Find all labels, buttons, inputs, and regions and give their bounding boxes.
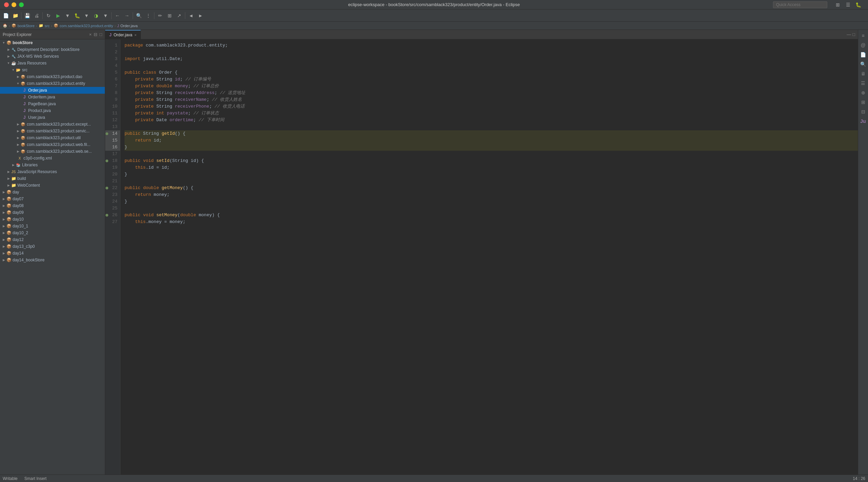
tree-item-day14[interactable]: ▶ 📦 day14: [0, 250, 105, 257]
pe-minimize-btn[interactable]: ×: [89, 32, 92, 37]
tree-item-day07[interactable]: ▶ 📦 day07: [0, 196, 105, 202]
new-btn[interactable]: 📄: [1, 11, 10, 20]
rs-search-btn[interactable]: 🔍: [859, 60, 868, 69]
tree-item-java-resources[interactable]: ▼ ☕ Java Resources: [0, 60, 105, 67]
tree-item-deployment[interactable]: ▶ 🔧 Deployment Descriptor: bookStore: [0, 46, 105, 53]
rs-j-btn[interactable]: Ju: [859, 117, 868, 126]
refresh-btn[interactable]: ↻: [44, 11, 53, 20]
code-content[interactable]: package com.samblack323.product.entity; …: [120, 39, 858, 475]
tree-item-c3p0[interactable]: X c3p0-config.xml: [0, 155, 105, 162]
tree-item-webse[interactable]: ▶ 📦 com.samblack323.product.web.se...: [0, 148, 105, 155]
tree-item-day10-1[interactable]: ▶ 📦 day10_1: [0, 223, 105, 229]
tree-item-product-java[interactable]: J Product.java: [0, 107, 105, 114]
rs-table-btn[interactable]: ⊟: [859, 107, 868, 116]
line-num-7: 7: [105, 83, 120, 90]
tab-maximize-btn[interactable]: □: [852, 32, 855, 37]
tree-item-dao[interactable]: ▶ 📦 com.samblack323.product.dao: [0, 73, 105, 80]
arrow-icon: ▶: [11, 163, 16, 167]
tree-item-order-java[interactable]: J Order.java: [0, 87, 105, 94]
java-file-icon: J: [22, 115, 27, 120]
toolbar-sep-5: [154, 12, 154, 19]
more-btn[interactable]: ⋮: [144, 11, 153, 20]
rs-tasks-btn[interactable]: ≡: [859, 31, 868, 40]
tree-item-webfil[interactable]: ▶ 📦 com.samblack323.product.web.fil...: [0, 141, 105, 148]
forward-btn[interactable]: ►: [196, 11, 205, 20]
coverage-dropdown-btn[interactable]: ▼: [101, 11, 110, 20]
tree-item-orderitem-java[interactable]: J OrderItem.java: [0, 94, 105, 100]
run-dropdown-btn[interactable]: ▼: [63, 11, 72, 20]
folder-icon: 📦: [6, 258, 12, 262]
minimize-button[interactable]: [12, 2, 16, 7]
tree-item-entity[interactable]: ▼ 📦 com.samblack323.product.entity: [0, 80, 105, 87]
tree-item-webcontent[interactable]: ▶ 📁 WebContent: [0, 182, 105, 189]
rs-monitor-btn[interactable]: 🖥: [859, 69, 868, 78]
code-line-12: private Date ordertime ; // 下单时间: [125, 117, 858, 124]
tree-item-pagebean-java[interactable]: J PageBean.java: [0, 100, 105, 107]
code-line-14: public String getId () {: [125, 130, 858, 137]
line-num-5: 5: [105, 69, 120, 76]
tree-item-bookstore[interactable]: ▼ 📦 bookStore: [0, 39, 105, 46]
tree-item-service[interactable]: ▶ 📦 com.samblack323.product.servic...: [0, 128, 105, 134]
code-line-22: public double getMoney () {: [125, 185, 858, 191]
tree-item-day08[interactable]: ▶ 📦 day08: [0, 202, 105, 209]
tree-item-js-resources[interactable]: ▶ JS JavaScript Resources: [0, 168, 105, 175]
rs-list-btn[interactable]: ☰: [859, 79, 868, 88]
tree-item-day10[interactable]: ▶ 📦 day10: [0, 216, 105, 223]
open-btn[interactable]: 📁: [11, 11, 20, 20]
code-line-20: }: [125, 171, 858, 178]
run-btn[interactable]: ▶: [54, 11, 62, 20]
tree-label: WebContent: [17, 183, 40, 188]
back-btn[interactable]: ◄: [187, 11, 195, 20]
line-num-24: 24: [105, 198, 120, 205]
arrow-icon: ▶: [1, 252, 6, 255]
breadcrumb-bookstore[interactable]: bookStore: [18, 24, 35, 28]
format-btn[interactable]: ⊞: [165, 11, 174, 20]
editor-tab-order[interactable]: J Order.java ×: [105, 30, 141, 39]
pe-maximize-btn[interactable]: □: [99, 32, 102, 37]
next-edit-btn[interactable]: →: [122, 11, 131, 20]
prev-edit-btn[interactable]: ←: [113, 11, 122, 20]
tree-item-libraries[interactable]: ▶ 📚 Libraries: [0, 162, 105, 168]
perspective-btn[interactable]: ⊞: [833, 0, 842, 9]
jaxws-icon: 🔧: [11, 54, 16, 59]
breadcrumb-workspace[interactable]: 📦: [12, 23, 16, 28]
breadcrumb-file[interactable]: Order.java: [120, 24, 138, 28]
tree-item-day12[interactable]: ▶ 📦 day12: [0, 236, 105, 243]
rs-contact-btn[interactable]: @: [859, 41, 868, 50]
rs-outline-btn[interactable]: ⊞: [859, 98, 868, 107]
tree-item-jaxws[interactable]: ▶ 🔧 JAX-WS Web Services: [0, 53, 105, 60]
tree-item-day14-bookstore[interactable]: ▶ 📦 day14_bookStore: [0, 257, 105, 263]
maximize-button[interactable]: [19, 2, 24, 7]
line-num-19: 19: [105, 164, 120, 171]
tree-item-user-java[interactable]: J User.java: [0, 114, 105, 121]
breadcrumb-src[interactable]: src: [45, 24, 50, 28]
share-btn[interactable]: ↗: [175, 11, 184, 20]
close-button[interactable]: [4, 2, 9, 7]
open-perspective-btn[interactable]: ☰: [844, 0, 852, 9]
tab-close-btn[interactable]: ×: [134, 33, 136, 37]
tree-item-except[interactable]: ▶ 📦 com.samblack323.product.except...: [0, 121, 105, 128]
annotate-btn[interactable]: ✏: [156, 11, 165, 20]
save-btn[interactable]: 💾: [23, 11, 32, 20]
quick-access-input[interactable]: [773, 1, 827, 8]
tab-minimize-btn[interactable]: —: [847, 32, 851, 37]
tree-label: day10: [13, 217, 24, 222]
code-line-18: public void setId (String id) {: [125, 157, 858, 164]
tree-item-src[interactable]: ▼ 📂 src: [0, 67, 105, 73]
bug-icon-btn[interactable]: 🐛: [854, 0, 863, 9]
rs-doc-btn[interactable]: 📄: [859, 50, 868, 59]
breadcrumb-package[interactable]: com.samblack323.product.entity: [60, 24, 113, 28]
tree-item-day10-2[interactable]: ▶ 📦 day10_2: [0, 229, 105, 236]
tree-item-day09[interactable]: ▶ 📦 day09: [0, 209, 105, 216]
tree-item-build[interactable]: ▶ 📁 build: [0, 175, 105, 182]
print-btn[interactable]: 🖨: [32, 11, 41, 20]
rs-copy-btn[interactable]: ⊕: [859, 88, 868, 97]
debug-dropdown-btn[interactable]: ▼: [82, 11, 91, 20]
tree-item-util[interactable]: ▶ 📦 com.samblack323.product.util: [0, 134, 105, 141]
tree-item-day[interactable]: ▶ 📦 day: [0, 189, 105, 196]
debug-btn[interactable]: 🐛: [73, 11, 81, 20]
coverage-btn[interactable]: ◑: [92, 11, 100, 20]
search-btn[interactable]: 🔍: [134, 11, 143, 20]
tree-item-day13[interactable]: ▶ 📦 day13_c3p0: [0, 243, 105, 250]
pe-menu-btn[interactable]: ⊟: [94, 32, 97, 37]
